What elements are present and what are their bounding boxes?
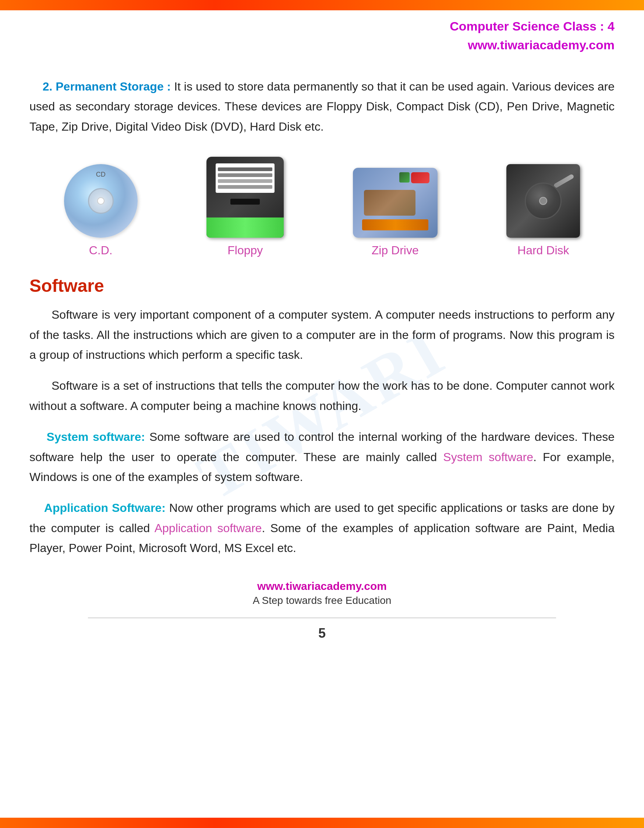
floppy-line-4	[218, 185, 272, 189]
software-para1: Software is very important component of …	[30, 305, 614, 365]
cd-item: CD C.D.	[64, 164, 138, 257]
system-software-label: System software:	[47, 430, 145, 444]
floppy-label-area	[216, 163, 274, 193]
harddisk-arm	[553, 174, 575, 188]
harddisk-platter	[525, 182, 562, 220]
harddisk-label: Hard Disk	[517, 244, 569, 257]
software-section: Software Software is very important comp…	[30, 276, 614, 558]
floppy-slot	[230, 199, 260, 205]
cd-image: CD	[64, 164, 138, 238]
zip-item: Zip Drive	[353, 168, 437, 257]
footer-divider	[88, 618, 556, 618]
permanent-storage-paragraph: 2. Permanent Storage : It is used to sto…	[30, 77, 614, 136]
page-header: Computer Science Class : 4 www.tiwariaca…	[30, 10, 614, 58]
storage-devices-images: CD C.D. Floppy	[30, 157, 614, 257]
system-software-term: System software	[443, 450, 533, 464]
footer-tagline: A Step towards free Education	[30, 595, 614, 607]
page-number: 5	[30, 626, 614, 641]
cd-inner-ring	[88, 188, 114, 214]
zip-orange-strip	[362, 220, 428, 231]
harddisk-item: Hard Disk	[506, 164, 580, 257]
zip-red-tab	[411, 172, 429, 183]
application-software-term: Application software	[155, 521, 262, 535]
application-software-label: Application Software:	[44, 501, 166, 514]
top-gradient-bar	[0, 0, 644, 10]
application-software-paragraph: Application Software: Now other programs…	[30, 498, 614, 558]
zip-green-tab	[399, 172, 410, 182]
system-software-paragraph: System software: Some software are used …	[30, 427, 614, 487]
permanent-storage-heading: 2. Permanent Storage :	[43, 80, 171, 93]
zip-label: Zip Drive	[372, 244, 419, 257]
harddisk-center	[539, 197, 547, 205]
floppy-label: Floppy	[227, 244, 263, 257]
floppy-bottom	[207, 218, 284, 238]
zip-image	[353, 168, 437, 238]
software-heading: Software	[30, 276, 614, 296]
software-para2: Software is a set of instructions that t…	[30, 376, 614, 416]
page-footer: www.tiwariacademy.com A Step towards fre…	[30, 580, 614, 659]
floppy-item: Floppy	[207, 157, 284, 257]
floppy-line-1	[218, 168, 272, 171]
cd-hole	[97, 197, 105, 205]
footer-url: www.tiwariacademy.com	[30, 580, 614, 593]
floppy-line-3	[218, 179, 272, 183]
floppy-line-2	[218, 173, 272, 177]
header-info: Computer Science Class : 4 www.tiwariaca…	[450, 17, 614, 55]
header-title: Computer Science Class : 4	[450, 17, 614, 36]
permanent-storage-section: 2. Permanent Storage : It is used to sto…	[30, 77, 614, 136]
cd-text: CD	[96, 171, 106, 179]
floppy-image	[207, 157, 284, 238]
bottom-gradient-bar	[0, 818, 644, 828]
cd-label: C.D.	[89, 244, 113, 257]
zip-brown-rect	[364, 190, 415, 216]
header-url: www.tiwariacademy.com	[450, 36, 614, 55]
harddisk-image	[506, 164, 580, 238]
